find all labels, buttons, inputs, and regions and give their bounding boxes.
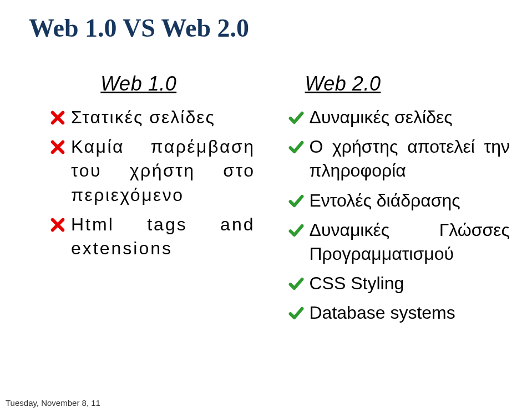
check-icon: [288, 276, 304, 292]
list-item: Δυναμικές σελίδες: [288, 105, 510, 129]
check-icon: [288, 139, 304, 155]
list-item: Html tags and extensions: [50, 213, 255, 260]
footer-date: Tuesday, November 8, 11: [6, 398, 100, 408]
right-item-text: Δυναμικές Γλώσσες Προγραμματισμού: [310, 218, 510, 266]
left-heading: Web 1.0: [22, 72, 255, 96]
slide: Web 1.0 VS Web 2.0 Web 1.0 Στατικές σελί…: [0, 0, 532, 412]
cross-icon: [50, 110, 65, 125]
left-item-text: Html tags and extensions: [71, 213, 255, 260]
list-item: Στατικές σελίδες: [50, 105, 255, 129]
left-list: Στατικές σελίδες Καμία παρέμβαση του χρή…: [50, 105, 255, 260]
slide-title: Web 1.0 VS Web 2.0: [29, 13, 249, 43]
columns: Web 1.0 Στατικές σελίδες Καμία παρέμβαση…: [0, 72, 532, 331]
list-item: Καμία παρέμβαση του χρήστη στο περιεχόμε…: [50, 135, 255, 207]
right-item-text: Δυναμικές σελίδες: [310, 105, 510, 129]
list-item: Database systems: [288, 301, 510, 325]
right-column: Web 2.0 Δυναμικές σελίδες Ο χρήστης αποτ…: [266, 72, 533, 331]
right-item-text: CSS Styling: [310, 272, 510, 295]
cross-icon: [50, 217, 65, 233]
check-icon: [288, 305, 304, 321]
cross-icon: [50, 139, 65, 155]
right-item-text: Database systems: [310, 301, 510, 325]
check-icon: [288, 110, 304, 125]
right-list: Δυναμικές σελίδες Ο χρήστης αποτελεί την…: [288, 105, 510, 325]
list-item: Ο χρήστης αποτελεί την πληροφορία: [288, 135, 510, 183]
right-item-text: Εντολές διάδρασης: [310, 189, 510, 213]
list-item: CSS Styling: [288, 272, 510, 295]
left-column: Web 1.0 Στατικές σελίδες Καμία παρέμβαση…: [0, 72, 266, 331]
check-icon: [288, 223, 304, 238]
right-heading: Web 2.0: [305, 72, 510, 96]
left-item-text: Στατικές σελίδες: [71, 105, 255, 129]
list-item: Εντολές διάδρασης: [288, 189, 510, 213]
list-item: Δυναμικές Γλώσσες Προγραμματισμού: [288, 218, 510, 266]
right-item-text: Ο χρήστης αποτελεί την πληροφορία: [310, 135, 510, 183]
left-item-text: Καμία παρέμβαση του χρήστη στο περιεχόμε…: [71, 135, 255, 207]
check-icon: [288, 193, 304, 209]
